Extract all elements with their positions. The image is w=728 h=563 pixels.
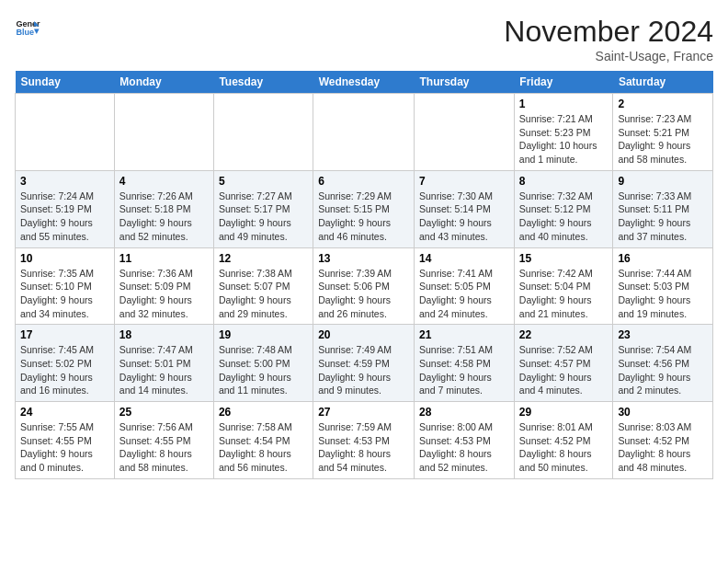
day-number: 29 bbox=[519, 406, 609, 419]
calendar-cell bbox=[415, 94, 515, 171]
day-number: 24 bbox=[20, 406, 109, 419]
title-area: November 2024 Saint-Usage, France bbox=[504, 15, 713, 63]
day-detail: Sunrise: 8:01 AM Sunset: 4:52 PM Dayligh… bbox=[519, 421, 593, 473]
weekday-label: Sunday bbox=[16, 71, 115, 94]
day-number: 1 bbox=[519, 98, 609, 110]
day-number: 15 bbox=[519, 252, 609, 265]
day-detail: Sunrise: 7:21 AM Sunset: 5:23 PM Dayligh… bbox=[519, 113, 597, 165]
day-number: 25 bbox=[119, 406, 209, 419]
svg-text:General: General bbox=[16, 19, 40, 29]
calendar-week: 3Sunrise: 7:24 AM Sunset: 5:19 PM Daylig… bbox=[16, 170, 713, 247]
day-detail: Sunrise: 7:35 AM Sunset: 5:10 PM Dayligh… bbox=[20, 268, 94, 319]
weekday-label: Saturday bbox=[613, 71, 713, 94]
day-number: 30 bbox=[618, 406, 708, 419]
day-detail: Sunrise: 7:39 AM Sunset: 5:06 PM Dayligh… bbox=[318, 268, 392, 319]
day-number: 28 bbox=[419, 406, 509, 419]
calendar-cell: 30Sunrise: 8:03 AM Sunset: 4:52 PM Dayli… bbox=[613, 402, 713, 479]
day-detail: Sunrise: 7:30 AM Sunset: 5:14 PM Dayligh… bbox=[419, 190, 493, 242]
calendar-cell: 22Sunrise: 7:52 AM Sunset: 4:57 PM Dayli… bbox=[514, 325, 613, 402]
calendar-week: 17Sunrise: 7:45 AM Sunset: 5:02 PM Dayli… bbox=[16, 325, 713, 402]
day-number: 2 bbox=[618, 98, 708, 110]
day-detail: Sunrise: 7:54 AM Sunset: 4:56 PM Dayligh… bbox=[618, 344, 691, 396]
calendar-cell: 13Sunrise: 7:39 AM Sunset: 5:06 PM Dayli… bbox=[313, 247, 415, 325]
day-detail: Sunrise: 7:33 AM Sunset: 5:11 PM Dayligh… bbox=[618, 190, 691, 242]
calendar-cell bbox=[114, 94, 213, 171]
calendar-cell: 14Sunrise: 7:41 AM Sunset: 5:05 PM Dayli… bbox=[415, 247, 515, 325]
calendar-cell: 24Sunrise: 7:55 AM Sunset: 4:55 PM Dayli… bbox=[16, 402, 115, 479]
weekday-label: Monday bbox=[114, 71, 213, 94]
calendar-cell: 8Sunrise: 7:32 AM Sunset: 5:12 PM Daylig… bbox=[514, 170, 613, 247]
calendar-body: 1Sunrise: 7:21 AM Sunset: 5:23 PM Daylig… bbox=[16, 94, 713, 479]
calendar-cell: 26Sunrise: 7:58 AM Sunset: 4:54 PM Dayli… bbox=[213, 402, 313, 479]
calendar-cell: 10Sunrise: 7:35 AM Sunset: 5:10 PM Dayli… bbox=[16, 247, 115, 325]
calendar-cell: 16Sunrise: 7:44 AM Sunset: 5:03 PM Dayli… bbox=[613, 247, 713, 325]
day-detail: Sunrise: 7:32 AM Sunset: 5:12 PM Dayligh… bbox=[519, 190, 593, 242]
calendar-table: SundayMondayTuesdayWednesdayThursdayFrid… bbox=[15, 71, 713, 479]
day-detail: Sunrise: 7:38 AM Sunset: 5:07 PM Dayligh… bbox=[219, 268, 292, 319]
svg-marker-3 bbox=[34, 29, 40, 34]
calendar-cell: 2Sunrise: 7:23 AM Sunset: 5:21 PM Daylig… bbox=[613, 94, 713, 171]
header: General Blue November 2024 Saint-Usage, … bbox=[15, 15, 713, 63]
calendar-cell: 7Sunrise: 7:30 AM Sunset: 5:14 PM Daylig… bbox=[415, 170, 515, 247]
day-number: 7 bbox=[419, 175, 509, 188]
day-detail: Sunrise: 7:49 AM Sunset: 4:59 PM Dayligh… bbox=[318, 344, 392, 396]
calendar-week: 10Sunrise: 7:35 AM Sunset: 5:10 PM Dayli… bbox=[16, 247, 713, 325]
day-detail: Sunrise: 7:27 AM Sunset: 5:17 PM Dayligh… bbox=[219, 190, 292, 242]
day-number: 10 bbox=[20, 252, 109, 265]
day-detail: Sunrise: 7:41 AM Sunset: 5:05 PM Dayligh… bbox=[419, 268, 493, 319]
weekday-label: Thursday bbox=[415, 71, 515, 94]
day-number: 23 bbox=[618, 328, 708, 341]
calendar-cell: 9Sunrise: 7:33 AM Sunset: 5:11 PM Daylig… bbox=[613, 170, 713, 247]
calendar-cell: 20Sunrise: 7:49 AM Sunset: 4:59 PM Dayli… bbox=[313, 325, 415, 402]
calendar-cell: 3Sunrise: 7:24 AM Sunset: 5:19 PM Daylig… bbox=[16, 170, 115, 247]
calendar-cell: 27Sunrise: 7:59 AM Sunset: 4:53 PM Dayli… bbox=[313, 402, 415, 479]
day-number: 21 bbox=[419, 328, 509, 341]
weekday-label: Tuesday bbox=[213, 71, 313, 94]
day-number: 9 bbox=[618, 175, 708, 188]
day-detail: Sunrise: 7:45 AM Sunset: 5:02 PM Dayligh… bbox=[20, 344, 94, 396]
day-number: 8 bbox=[519, 175, 609, 188]
calendar-week: 1Sunrise: 7:21 AM Sunset: 5:23 PM Daylig… bbox=[16, 94, 713, 171]
day-number: 22 bbox=[519, 328, 609, 341]
calendar-cell: 5Sunrise: 7:27 AM Sunset: 5:17 PM Daylig… bbox=[213, 170, 313, 247]
calendar-week: 24Sunrise: 7:55 AM Sunset: 4:55 PM Dayli… bbox=[16, 402, 713, 479]
calendar-cell: 6Sunrise: 7:29 AM Sunset: 5:15 PM Daylig… bbox=[313, 170, 415, 247]
day-detail: Sunrise: 7:55 AM Sunset: 4:55 PM Dayligh… bbox=[20, 421, 94, 473]
day-detail: Sunrise: 8:03 AM Sunset: 4:52 PM Dayligh… bbox=[618, 421, 691, 473]
calendar-cell: 11Sunrise: 7:36 AM Sunset: 5:09 PM Dayli… bbox=[114, 247, 213, 325]
calendar-cell: 21Sunrise: 7:51 AM Sunset: 4:58 PM Dayli… bbox=[415, 325, 515, 402]
day-detail: Sunrise: 7:42 AM Sunset: 5:04 PM Dayligh… bbox=[519, 268, 593, 319]
day-number: 4 bbox=[119, 175, 209, 188]
day-detail: Sunrise: 7:29 AM Sunset: 5:15 PM Dayligh… bbox=[318, 190, 392, 242]
day-detail: Sunrise: 7:48 AM Sunset: 5:00 PM Dayligh… bbox=[219, 344, 292, 396]
day-number: 11 bbox=[119, 252, 209, 265]
day-detail: Sunrise: 8:00 AM Sunset: 4:53 PM Dayligh… bbox=[419, 421, 493, 473]
day-detail: Sunrise: 7:24 AM Sunset: 5:19 PM Dayligh… bbox=[20, 190, 94, 242]
calendar-cell: 23Sunrise: 7:54 AM Sunset: 4:56 PM Dayli… bbox=[613, 325, 713, 402]
day-number: 27 bbox=[318, 406, 409, 419]
calendar-cell bbox=[313, 94, 415, 171]
day-number: 26 bbox=[219, 406, 308, 419]
calendar-cell: 18Sunrise: 7:47 AM Sunset: 5:01 PM Dayli… bbox=[114, 325, 213, 402]
calendar-cell: 25Sunrise: 7:56 AM Sunset: 4:55 PM Dayli… bbox=[114, 402, 213, 479]
calendar-cell: 1Sunrise: 7:21 AM Sunset: 5:23 PM Daylig… bbox=[514, 94, 613, 171]
calendar-cell: 17Sunrise: 7:45 AM Sunset: 5:02 PM Dayli… bbox=[16, 325, 115, 402]
day-number: 20 bbox=[318, 328, 409, 341]
day-detail: Sunrise: 7:52 AM Sunset: 4:57 PM Dayligh… bbox=[519, 344, 593, 396]
day-detail: Sunrise: 7:23 AM Sunset: 5:21 PM Dayligh… bbox=[618, 113, 691, 165]
day-number: 3 bbox=[20, 175, 109, 188]
day-number: 14 bbox=[419, 252, 509, 265]
calendar-cell bbox=[16, 94, 115, 171]
day-detail: Sunrise: 7:51 AM Sunset: 4:58 PM Dayligh… bbox=[419, 344, 493, 396]
weekday-label: Wednesday bbox=[313, 71, 415, 94]
day-number: 18 bbox=[119, 328, 209, 341]
day-number: 16 bbox=[618, 252, 708, 265]
weekday-header: SundayMondayTuesdayWednesdayThursdayFrid… bbox=[16, 71, 713, 94]
day-detail: Sunrise: 7:26 AM Sunset: 5:18 PM Dayligh… bbox=[119, 190, 193, 242]
calendar-cell bbox=[213, 94, 313, 171]
logo-icon: General Blue bbox=[15, 15, 40, 40]
day-number: 6 bbox=[318, 175, 409, 188]
calendar-cell: 29Sunrise: 8:01 AM Sunset: 4:52 PM Dayli… bbox=[514, 402, 613, 479]
day-number: 12 bbox=[219, 252, 308, 265]
subtitle: Saint-Usage, France bbox=[504, 49, 713, 63]
